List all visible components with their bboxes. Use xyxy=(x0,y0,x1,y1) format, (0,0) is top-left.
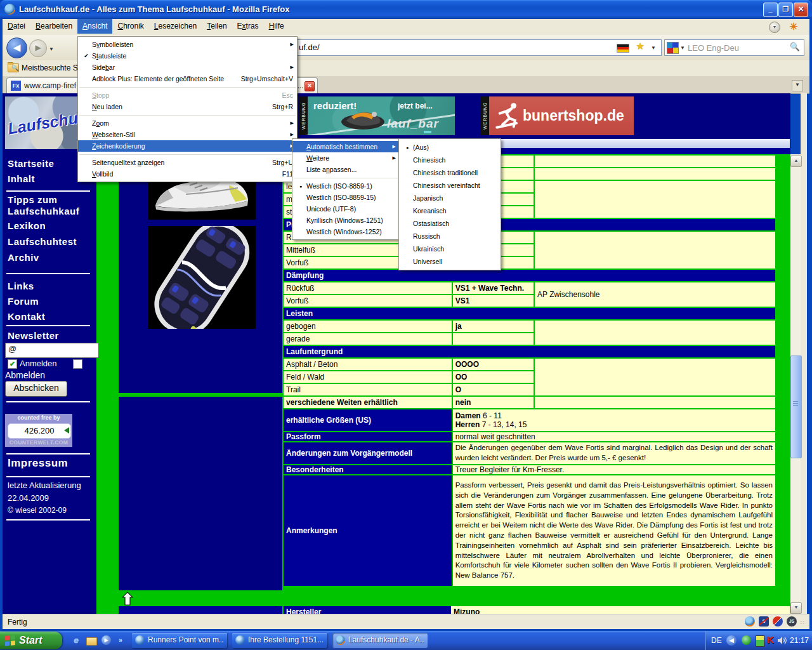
status-bar: Fertig S JS ∷ xyxy=(3,614,809,629)
sidebar-item-archiv[interactable]: Archiv xyxy=(8,252,96,263)
resize-grip-icon: ∷ xyxy=(801,620,807,626)
noscript-icon[interactable]: S xyxy=(759,616,769,627)
taskbar-task-laufschuhkauf-de-a[interactable]: Laufschuhkauf.de - A... xyxy=(332,633,428,648)
table-value-feld-wald: OO xyxy=(453,371,534,383)
windows-flag-icon xyxy=(5,635,15,646)
encoding-menu-item-liste-anpassen[interactable]: Liste anpassen... xyxy=(292,164,399,175)
view-menu-item-zeichenkodierung[interactable]: Zeichenkodierung▶ xyxy=(78,140,297,152)
sidebar-item-forum[interactable]: Forum xyxy=(8,296,96,307)
js-status-icon[interactable]: JS xyxy=(787,616,797,627)
view-menu-item-symbolleisten[interactable]: Symbolleisten▶ xyxy=(78,39,297,50)
globe-icon xyxy=(235,635,245,645)
encoding-submenu: Automatisch bestimmen▶Weitere▶Liste anpa… xyxy=(292,138,400,240)
newsletter-email-field[interactable]: @ xyxy=(5,343,99,358)
green-divider xyxy=(96,154,116,614)
scroll-top-arrow-icon[interactable] xyxy=(122,592,133,606)
encoding-menu-item-westlich-windows-1252[interactable]: Westlich (Windows-1252) xyxy=(292,226,399,237)
start-label: Start xyxy=(19,632,42,649)
view-menu-item-vollbild[interactable]: VollbildF11 xyxy=(78,168,297,180)
table-value-verschiedene-weiten-erh-ltlich: nein xyxy=(453,397,534,408)
sidebar-item-kontakt[interactable]: Kontakt xyxy=(8,311,96,322)
tray-collapse-icon[interactable]: ◀ xyxy=(726,635,737,646)
encoding-menu-item-westlich-iso-8859-15[interactable]: Westlich (ISO-8859-15) xyxy=(292,192,399,203)
encoding-menu-item-weitere[interactable]: Weitere▶ xyxy=(292,152,399,164)
menu-item-label: (Aus) xyxy=(413,143,429,151)
autodetect-menu-item-russisch[interactable]: Russisch xyxy=(399,230,501,242)
view-menu-item-stopp[interactable]: StoppEsc xyxy=(78,90,297,101)
encoding-menu-item-westlich-iso-8859-1[interactable]: ●Westlich (ISO-8859-1) xyxy=(292,180,399,192)
kaspersky-tray-icon[interactable]: K xyxy=(767,634,774,645)
view-menu-item-zoom[interactable]: Zoom▶ xyxy=(78,117,297,129)
autodetect-menu-item-universell[interactable]: Universell xyxy=(399,255,501,268)
anmelden-checkbox[interactable]: ✔ xyxy=(8,359,17,369)
encoding-menu-item-unicode-utf-8[interactable]: Unicode (UTF-8) xyxy=(292,203,399,215)
banner-bunertshop[interactable]: WERBUNG bunertshop.de xyxy=(481,96,634,135)
view-menu-item-neu-laden[interactable]: Neu ladenStrg+R xyxy=(78,101,297,112)
banner-text-reduziert: reduziert! xyxy=(313,100,357,111)
abmelden-checkbox[interactable] xyxy=(73,359,82,369)
quicklaunch-more-icon[interactable]: » xyxy=(115,635,126,646)
checkmark-icon: ✔ xyxy=(82,53,91,59)
autodetect-menu-item-chinesisch-vereinfacht[interactable]: Chinesisch vereinfacht xyxy=(399,179,501,192)
autodetect-menu-item-koreanisch[interactable]: Koreanisch xyxy=(399,204,501,217)
autodetect-menu-item-chinesisch[interactable]: Chinesisch xyxy=(399,154,501,166)
radio-dot-icon: ● xyxy=(296,184,305,189)
language-indicator[interactable]: DE xyxy=(711,636,722,645)
table-note-cell xyxy=(535,232,775,269)
scrollbar-down-icon[interactable]: ▼ xyxy=(790,602,802,614)
adblock-status-icon[interactable] xyxy=(773,616,783,627)
menu-item-label: Chinesisch vereinfacht xyxy=(413,182,480,189)
menu-item-label: Ukrainisch xyxy=(413,245,444,253)
view-menu-item-webseiten-stil[interactable]: Webseiten-Stil▶ xyxy=(78,129,297,140)
task-title: Runners Point von m... xyxy=(148,635,224,644)
view-menu-item-seitenquelltext-anzeigen[interactable]: Seitenquelltext anzeigenStrg+U xyxy=(78,157,297,168)
autodetect-menu-item-aus[interactable]: ●(Aus) xyxy=(399,141,501,154)
abschicken-button[interactable]: Abschicken xyxy=(5,381,67,397)
table-value-nderungen-zum-vorg-ngermodell: Die Änderungen gegenüber dem Wave Fortis… xyxy=(453,442,775,464)
view-menu-item-statusleiste[interactable]: ✔Statusleiste xyxy=(78,50,297,62)
window-edge xyxy=(801,93,807,614)
visitor-counter[interactable]: counted free by 426.200 COUNTERWELT.COM xyxy=(5,414,72,447)
counter-footer: COUNTERWELT.COM xyxy=(5,439,72,447)
sidebar-item-lexikon[interactable]: Lexikon xyxy=(8,220,96,232)
table-note-cell xyxy=(535,181,775,218)
abmelden-label: Abmelden xyxy=(5,370,45,380)
table-label-r-ckfu: Rückfuß xyxy=(284,282,452,294)
encoding-menu-item-kyrillisch-windows-1251[interactable]: Kyrillisch (Windows-1251) xyxy=(292,215,399,226)
firefox-status-icon[interactable] xyxy=(745,616,755,627)
menu-item-label: Liste anpassen... xyxy=(306,166,357,173)
quicklaunch-ie-icon[interactable]: e xyxy=(71,635,81,646)
copyright: © wiesel 2002-09 xyxy=(8,506,67,515)
scrollbar-up-icon[interactable]: ▲ xyxy=(790,156,802,167)
battery-tray-icon[interactable] xyxy=(756,635,764,647)
menu-item-shortcut: Strg+R xyxy=(265,103,293,110)
autodetect-menu-item-japanisch[interactable]: Japanisch xyxy=(399,192,501,204)
view-menu-item-sidebar[interactable]: Sidebar▶ xyxy=(78,62,297,73)
sidebar-item-impressum[interactable]: Impressum xyxy=(8,457,68,470)
volume-tray-icon[interactable] xyxy=(777,636,787,645)
autodetect-menu-item-chinesisch-traditionell[interactable]: Chinesisch traditionell xyxy=(399,166,501,179)
table-label-asphalt-beton: Asphalt / Beton xyxy=(284,359,452,370)
autodetect-menu-item-ukrainisch[interactable]: Ukrainisch xyxy=(399,242,501,255)
network-tray-icon[interactable] xyxy=(742,635,751,645)
quicklaunch-folder-icon[interactable] xyxy=(86,635,96,646)
autodetect-menu-item-ostasiatisch[interactable]: Ostasiatisch xyxy=(399,217,501,230)
menu-item-label: Japanisch xyxy=(413,194,443,202)
menu-item-label: Symbolleisten xyxy=(92,41,133,48)
table-value-r-ckfu: VS1 + Wave Techn. xyxy=(453,282,534,294)
quicklaunch-media-icon[interactable]: ▶ xyxy=(102,635,111,645)
table-section-d-mpfung: Dämpfung xyxy=(284,270,775,281)
sidebar-item-laufschuhtest[interactable]: Laufschuhtest xyxy=(8,236,96,248)
banner-laufbar[interactable]: WERBUNG reduziert! jetzt bei... lauf_bar xyxy=(299,96,455,135)
taskbar-task-runners-point-von-m[interactable]: Runners Point von m... xyxy=(132,633,227,648)
scrollbar-thumb[interactable] xyxy=(790,355,802,458)
sidebar-item-tipps-zum-laufschuhkauf[interactable]: Tipps zum Laufschuhkauf xyxy=(8,194,96,217)
encoding-menu-item-automatisch-bestimmen[interactable]: Automatisch bestimmen▶ xyxy=(292,141,399,152)
taskbar-task-ihre-bestellung-1151[interactable]: Ihre Bestellung 1151... xyxy=(232,633,327,648)
view-menu-item-adblock-plus-elemente-der-ge-ffneten-sei[interactable]: Adblock Plus: Elemente der geöffneten Se… xyxy=(78,73,297,84)
table-label-vorfu: Vorfuß xyxy=(284,295,452,307)
menu-item-label: Automatisch bestimmen xyxy=(306,143,377,150)
start-button[interactable]: Start xyxy=(0,632,62,649)
taskbar: Start e ▶ » Runners Point von m...Ihre B… xyxy=(0,631,812,650)
sidebar-item-links[interactable]: Links xyxy=(8,281,96,292)
